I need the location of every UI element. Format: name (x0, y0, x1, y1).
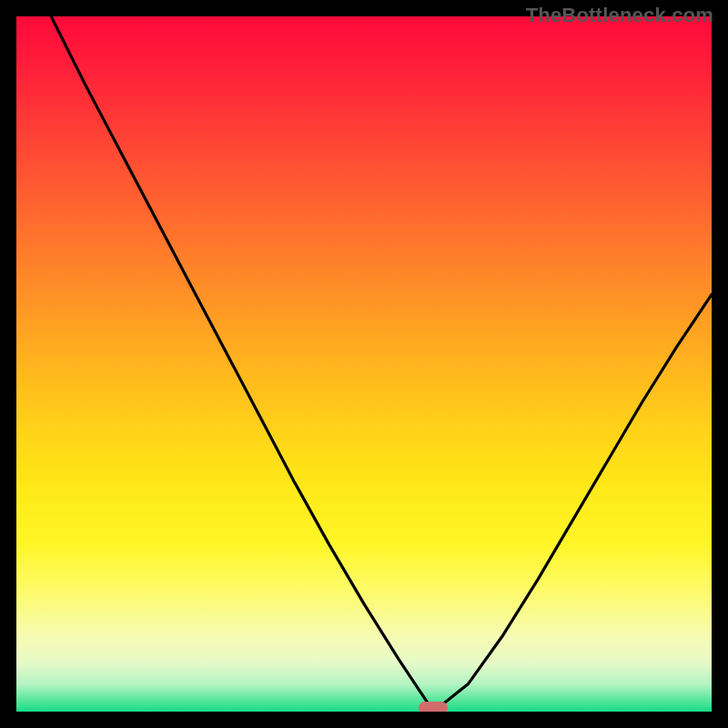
trough-marker (419, 702, 448, 712)
chart-frame: TheBottleneck.com (0, 0, 728, 728)
bottleneck-curve (16, 16, 712, 712)
watermark-text: TheBottleneck.com (526, 4, 713, 27)
plot-area (16, 16, 712, 712)
